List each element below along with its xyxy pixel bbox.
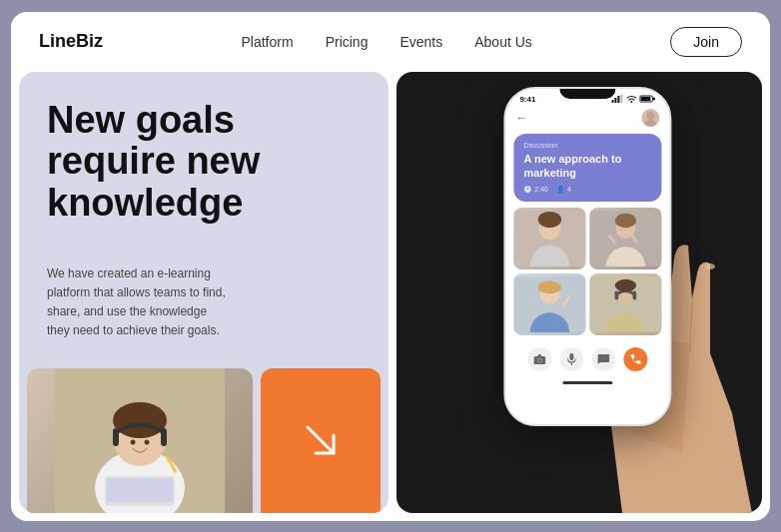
- svg-rect-42: [569, 353, 573, 360]
- orange-arrow-box[interactable]: [261, 368, 381, 513]
- discussion-card: Discussion A new approach to marketing 🕐…: [513, 134, 661, 203]
- join-button[interactable]: Join: [670, 27, 742, 57]
- svg-point-21: [644, 120, 656, 127]
- person4-svg: [589, 273, 661, 335]
- svg-point-12: [705, 264, 715, 269]
- hero-title: New goals require new knowledge: [47, 100, 361, 225]
- right-panel: 9:41: [396, 72, 762, 513]
- logo: LineBiz: [39, 31, 103, 52]
- svg-point-41: [538, 359, 541, 362]
- svg-point-3: [113, 402, 167, 438]
- main-content: New goals require new knowledge We have …: [11, 72, 770, 521]
- discussion-meta: 🕐 2:46 👤 4: [523, 186, 651, 194]
- video-cell-1: [513, 208, 585, 269]
- person-image: [27, 368, 253, 513]
- phone-toolbar: [513, 341, 661, 377]
- phone-notch: [559, 89, 615, 99]
- video-cell-3: [513, 273, 585, 335]
- meta-time: 🕐 2:46: [523, 186, 548, 194]
- meta-people: 👤 4: [556, 186, 571, 194]
- nav-events[interactable]: Events: [399, 34, 442, 50]
- battery-icon: [639, 95, 655, 103]
- video-cell-4: [589, 273, 661, 335]
- nav-pricing[interactable]: Pricing: [326, 34, 369, 50]
- discussion-label: Discussion: [523, 142, 651, 149]
- video-cell-2: [589, 208, 661, 269]
- svg-point-24: [538, 212, 561, 228]
- person-image-inner: [27, 368, 253, 513]
- phone-back-arrow[interactable]: ←: [515, 111, 527, 125]
- camera-icon: [533, 354, 545, 364]
- left-panel: New goals require new knowledge We have …: [19, 72, 389, 513]
- status-icons: [611, 95, 655, 103]
- page-wrapper: LineBiz Platform Pricing Events About Us…: [11, 12, 770, 521]
- svg-line-11: [308, 427, 334, 453]
- svg-rect-15: [617, 96, 619, 103]
- nav-about[interactable]: About Us: [474, 34, 532, 50]
- mic-btn[interactable]: [559, 347, 583, 371]
- call-btn[interactable]: [623, 347, 647, 371]
- person3-svg: [513, 273, 585, 335]
- person-silhouette-svg: [55, 368, 225, 513]
- discussion-title: A new approach to marketing: [523, 152, 651, 181]
- svg-point-20: [646, 112, 654, 120]
- chat-btn[interactable]: [591, 347, 615, 371]
- chat-icon: [597, 354, 609, 364]
- mic-icon: [567, 353, 575, 365]
- phone-time: 9:41: [519, 95, 535, 104]
- camera-btn[interactable]: [527, 347, 551, 371]
- avatar-icon: [641, 109, 659, 127]
- wifi-icon: [626, 95, 636, 103]
- svg-rect-10: [107, 478, 173, 502]
- person2-svg: [589, 208, 661, 269]
- svg-rect-18: [653, 98, 655, 101]
- call-icon: [629, 353, 641, 365]
- signal-icon: [611, 95, 623, 103]
- svg-rect-14: [614, 98, 616, 103]
- svg-rect-13: [611, 100, 613, 103]
- svg-point-6: [131, 439, 136, 444]
- nav: Platform Pricing Events About Us: [242, 34, 532, 50]
- person1-svg: [513, 208, 585, 269]
- phone-mockup: 9:41: [503, 87, 671, 426]
- svg-point-38: [615, 279, 637, 292]
- nav-platform[interactable]: Platform: [242, 34, 294, 50]
- svg-rect-19: [640, 97, 650, 101]
- svg-rect-16: [620, 95, 622, 103]
- hero-description: We have created an e-learning platform t…: [47, 265, 227, 341]
- phone-nav-row: ←: [505, 106, 669, 130]
- left-bottom-images: [19, 368, 389, 513]
- svg-point-32: [538, 281, 561, 294]
- phone-avatar: [641, 109, 659, 127]
- svg-point-27: [615, 214, 637, 228]
- header: LineBiz Platform Pricing Events About Us…: [11, 12, 770, 72]
- svg-point-7: [145, 439, 150, 444]
- video-grid: [513, 208, 661, 335]
- diagonal-arrow-icon: [296, 415, 346, 465]
- phone-home-bar: [562, 381, 612, 384]
- phone-frame: 9:41: [503, 87, 671, 426]
